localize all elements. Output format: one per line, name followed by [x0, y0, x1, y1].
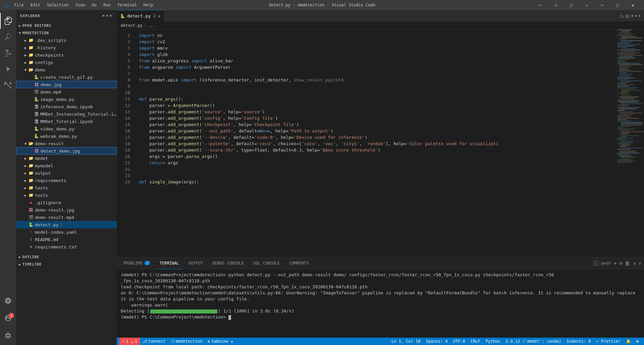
tree-item-create-result[interactable]: 🐍 create_result_gif.py — [16, 73, 117, 81]
restore-button[interactable]: ◻ — [548, 0, 564, 10]
breadcrumb-file[interactable]: detect.py — [121, 23, 143, 28]
source-control-icon[interactable] — [0, 45, 16, 61]
output-arrow: ▶ — [23, 170, 28, 176]
timeline-header[interactable]: ▶ TIMELINE — [16, 261, 117, 268]
status-python-version[interactable]: 3.9.12 ('mmdet': conda) — [503, 338, 564, 345]
split-editor-button[interactable]: ⊟ — [626, 12, 629, 19]
tree-item-requirements-txt[interactable]: ≡ requirements.txt — [16, 243, 117, 250]
menu-help[interactable]: Help — [141, 2, 156, 8]
tree-item-dev-scripts[interactable]: ▶ 📁 .dev_scripts — [16, 37, 117, 44]
tab-detect-py[interactable]: 🐍 detect.py 2 × — [117, 10, 164, 22]
open-editors-header[interactable]: ▶ OPEN EDITORS — [16, 22, 117, 29]
tree-item-configs[interactable]: ▶ 📁 configs — [16, 59, 117, 66]
tree-item-mmdet-tutorial[interactable]: 📓 MMDet_Tutorial.ipynb — [16, 118, 117, 125]
accounts-icon[interactable]: 1 — [0, 310, 16, 326]
maximize2-button[interactable]: □ — [610, 0, 625, 10]
minimize2-button[interactable]: − — [594, 0, 610, 10]
tree-item-history[interactable]: ▶ 📁 .history — [16, 44, 117, 51]
new-terminal-button[interactable]: + — [613, 260, 617, 267]
tab-sql-console[interactable]: SQL CONSOLE — [249, 257, 284, 269]
status-cursor[interactable]: Ln 1, Col 10 — [389, 338, 423, 345]
tree-item-demo-mp4[interactable]: 🎬 demo.mp4 — [16, 88, 117, 96]
kill-terminal-button[interactable]: 🗑 — [625, 260, 630, 267]
explorer-icon[interactable] — [0, 13, 16, 29]
menu-go[interactable]: Go — [89, 2, 99, 8]
folder-icon: 📁 — [28, 163, 34, 168]
tree-item-gitignore[interactable]: ◆ .gitignore — [16, 199, 117, 206]
menu-file[interactable]: File — [11, 2, 26, 8]
more-actions-button[interactable]: ••• — [630, 12, 641, 19]
status-errors[interactable]: ⚡ 1 △ 1 — [119, 338, 140, 345]
status-branch[interactable]: ⎇ Connect — [140, 338, 168, 345]
tree-item-mymodel[interactable]: ▶ 📁 mymodel — [16, 162, 117, 169]
tab-debug-console[interactable]: DEBUG CONSOLE — [208, 257, 248, 269]
tab-comments[interactable]: COMMENTS — [285, 257, 313, 269]
code-content[interactable]: import os import cv2 import mmcv import … — [133, 30, 617, 257]
tree-item-demo-jpg[interactable]: 🖼 demo.jpg — [16, 81, 117, 88]
tree-item-requirements[interactable]: ▶ 📁 requirements — [16, 177, 117, 184]
folder-icon: 📁 — [28, 60, 34, 65]
menu-run[interactable]: Run — [101, 2, 113, 8]
tree-item-demo-result-jpg[interactable]: 🖼 demo-result.jpg — [16, 206, 117, 214]
layout-button[interactable]: □ — [564, 0, 579, 10]
status-bar: ⚡ 1 △ 1 ⎇ Connect ⬡ mmdetection ⊕ tabnin… — [117, 338, 644, 345]
tree-item-demo[interactable]: ▼ 📂 demo — [16, 66, 117, 73]
vscode-icon: ⬡ — [3, 2, 9, 9]
status-eol[interactable]: CRLF — [468, 338, 483, 345]
status-notifications[interactable]: 🔔 — [623, 338, 634, 345]
tab-terminal[interactable]: TERMINAL — [156, 257, 183, 269]
tree-item-detect-py[interactable]: 🐍 detect.py 2 — [16, 221, 117, 228]
outline-header[interactable]: ▶ OUTLINE — [16, 253, 117, 261]
tree-item-detect-demo-jpg[interactable]: 🖼 detect_demo.jpg — [16, 147, 117, 155]
maximize-panel-button[interactable]: ∧ — [633, 261, 636, 266]
tab-problems[interactable]: PROBLEMS 2 — [119, 257, 154, 269]
py-icon: 🐍 — [28, 222, 34, 227]
menu-terminal[interactable]: Terminal — [115, 2, 140, 8]
menu-selection[interactable]: Selection — [44, 2, 71, 8]
status-tabnine[interactable]: ⊕ tabnine ★ — [205, 338, 236, 345]
mmdetection-header[interactable]: ▼ MMDETECTION — [16, 29, 117, 37]
tree-item-mmdet[interactable]: ▶ 📁 mmdet — [16, 155, 117, 162]
remote-icon[interactable] — [0, 293, 16, 309]
menu-edit[interactable]: Edit — [28, 2, 43, 8]
status-layout[interactable]: ⊞ — [634, 338, 641, 345]
tree-item-checkpoints[interactable]: ▶ 📁 checkpoints — [16, 51, 117, 59]
close-button[interactable]: ✕ — [625, 0, 641, 10]
terminal-content[interactable]: (mmdet) PS C:\CommonProject\mmdetection>… — [117, 269, 644, 338]
status-encoding[interactable]: UTF-8 — [450, 338, 468, 345]
run-debug-icon[interactable] — [0, 61, 16, 77]
run-button[interactable]: ▷ — [621, 12, 624, 19]
tab-close-button[interactable]: × — [158, 13, 160, 19]
status-folder[interactable]: ⬡ mmdetection — [168, 338, 205, 345]
tree-item-inference-demo[interactable]: 📓 inference_demo.ipynb — [16, 103, 117, 110]
checkpoints-arrow: ▶ — [23, 52, 28, 58]
code-editor[interactable]: 12345 678910 1112131415 1617181920 21222… — [117, 30, 617, 257]
tree-item-tests[interactable]: ▶ 📁 tests — [16, 184, 117, 191]
split-terminal-button[interactable]: ⊟ — [620, 261, 622, 266]
breadcrumb-more[interactable]: ... — [148, 23, 155, 28]
extensions-icon[interactable] — [0, 77, 16, 93]
tree-item-mmdet-instance[interactable]: 📓 MMDet_InstanceSeg_Tutorial.ipynb — [16, 110, 117, 118]
status-language[interactable]: Python — [483, 338, 503, 345]
tree-item-readme[interactable]: ℹ README.md — [16, 236, 117, 243]
tree-item-image-demo[interactable]: 🐍 image_demo.py — [16, 96, 117, 103]
menu-view[interactable]: View — [73, 2, 88, 8]
status-spaces[interactable]: Spaces: 4 — [423, 338, 450, 345]
tree-item-demo-result[interactable]: ▼ 📂 demo-result — [16, 140, 117, 147]
split-button[interactable]: ◽ — [579, 0, 594, 10]
tree-item-video-demo[interactable]: 🐍 video_demo.py — [16, 125, 117, 132]
tab-output[interactable]: OUTPUT — [184, 257, 207, 269]
sidebar-more-button[interactable]: ••• — [102, 13, 113, 19]
settings-icon[interactable] — [0, 328, 16, 344]
tree-item-output[interactable]: ▶ 📁 output — [16, 169, 117, 177]
status-prettier[interactable]: ✓ Prettier — [594, 338, 623, 345]
minimize-button[interactable]: − — [533, 0, 548, 10]
status-indents[interactable]: Indents: 0 — [564, 338, 593, 345]
search-icon[interactable] — [0, 29, 16, 45]
tree-item-demo-result-mp4[interactable]: 🎬 demo-result.mp4 — [16, 214, 117, 221]
tree-item-tools[interactable]: ▶ 📁 tools — [16, 191, 117, 199]
close-panel-button[interactable]: ✕ — [639, 261, 641, 266]
tree-item-webcam-demo[interactable]: 🐍 webcam_demo.py — [16, 132, 117, 140]
tree-item-model-index[interactable]: ! model-index.yaml — [16, 228, 117, 236]
editor-with-minimap: 12345 678910 1112131415 1617181920 21222… — [117, 30, 644, 257]
